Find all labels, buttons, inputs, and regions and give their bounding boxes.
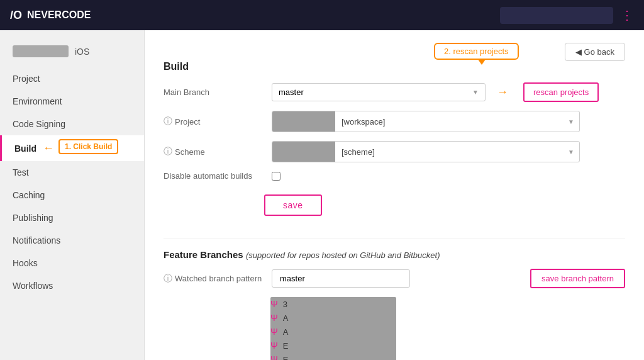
branch-icon: Ψ — [270, 299, 278, 309]
logo-icon: /O — [10, 9, 22, 22]
scheme-select[interactable]: [scheme] ▼ — [272, 141, 580, 162]
main-layout: iOS Project Environment Code Signing Bui… — [0, 30, 644, 360]
branch-label: 3 — [283, 300, 287, 309]
disable-builds-label: Disable automatic builds — [164, 171, 264, 181]
rescan-arrow-icon: → — [497, 86, 508, 99]
disable-builds-checkbox[interactable] — [272, 172, 280, 181]
scheme-label: ⓘ Scheme — [164, 146, 264, 157]
save-button[interactable]: save — [264, 194, 322, 216]
project-select-text: [workspace] — [335, 113, 563, 130]
app-header: /O NEVERCODE ⋮ — [0, 0, 644, 30]
scheme-help-icon[interactable]: ⓘ — [164, 146, 172, 157]
list-item: Ψ E — [270, 339, 291, 352]
build-arrow-icon: ← — [43, 142, 54, 155]
sidebar-item-project[interactable]: Project — [0, 67, 144, 90]
project-gray-indicator — [272, 111, 335, 132]
sidebar-item-caching[interactable]: Caching — [0, 184, 144, 206]
click-build-callout: 1. Click Build — [58, 139, 118, 154]
logo: /O NEVERCODE — [10, 9, 91, 22]
rescan-callout: 2. rescan projects — [434, 43, 519, 60]
build-section-title: Build — [164, 61, 625, 72]
sidebar-item-publishing[interactable]: Publishing — [0, 206, 144, 229]
main-content: ◀ Go back 2. rescan projects Build Main … — [145, 30, 644, 360]
logo-name: NEVERCODE — [27, 9, 91, 21]
project-help-icon[interactable]: ⓘ — [164, 116, 172, 127]
watched-branch-help-icon[interactable]: ⓘ — [164, 273, 172, 284]
disable-builds-row: Disable automatic builds — [164, 171, 625, 181]
project-select[interactable]: [workspace] ▼ — [272, 111, 580, 132]
sidebar-item-build[interactable]: Build ← 1. Click Build — [0, 135, 144, 161]
scheme-row: ⓘ Scheme [scheme] ▼ — [164, 141, 625, 162]
project-chevron-icon: ▼ — [563, 118, 579, 125]
branch-label: E — [283, 355, 289, 361]
watched-branch-input[interactable] — [272, 269, 410, 288]
branch-label: E — [283, 341, 289, 351]
rescan-projects-button[interactable]: rescan projects — [523, 82, 599, 102]
project-row: ⓘ Project [workspace] ▼ — [164, 111, 625, 132]
sidebar-item-code-signing[interactable]: Code Signing — [0, 113, 144, 135]
list-item: Ψ A — [270, 325, 291, 339]
feature-branches-subtitle: (supported for repos hosted on GitHub an… — [246, 250, 440, 260]
branch-icon: Ψ — [270, 327, 278, 337]
sidebar-item-workflows[interactable]: Workflows — [0, 274, 144, 297]
sidebar-item-environment[interactable]: Environment — [0, 90, 144, 113]
branch-list: Ψ 3 Ψ A Ψ A Ψ E — [164, 297, 625, 360]
main-branch-value: master — [279, 87, 304, 97]
list-item: Ψ E — [270, 352, 291, 360]
branch-label: A — [283, 313, 289, 323]
sidebar-app-title: iOS — [0, 40, 144, 67]
project-label: ⓘ Project — [164, 116, 264, 127]
main-branch-row: Main Branch master ▼ → rescan projects — [164, 82, 625, 102]
go-back-button[interactable]: ◀ Go back — [565, 43, 625, 61]
sidebar: iOS Project Environment Code Signing Bui… — [0, 30, 145, 360]
sidebar-item-test[interactable]: Test — [0, 161, 144, 184]
sidebar-item-notifications[interactable]: Notifications — [0, 229, 144, 252]
list-item: Ψ 3 — [270, 297, 291, 311]
branch-icon: Ψ — [270, 340, 278, 351]
go-back-arrow-icon: ◀ — [575, 47, 582, 57]
watched-branch-label: ⓘ Watched branch pattern — [164, 273, 264, 284]
branch-icon: Ψ — [270, 354, 278, 360]
scheme-gray-indicator — [272, 142, 335, 162]
scheme-chevron-icon: ▼ — [563, 149, 579, 155]
save-branch-pattern-button[interactable]: save branch pattern — [530, 269, 625, 288]
section-divider — [164, 239, 625, 239]
main-branch-chevron-icon: ▼ — [472, 89, 479, 96]
branch-label: A — [283, 327, 289, 337]
header-search-input[interactable] — [500, 7, 613, 24]
scheme-select-text: [scheme] — [335, 143, 563, 160]
main-branch-label: Main Branch — [164, 87, 264, 97]
callout-arrow-icon — [477, 59, 486, 65]
header-menu-dots[interactable]: ⋮ — [621, 8, 634, 23]
list-item: Ψ A — [270, 311, 291, 325]
feature-branches-title: Feature Branches (supported for repos ho… — [164, 249, 625, 260]
branch-icon: Ψ — [270, 313, 278, 323]
header-right: ⋮ — [500, 7, 634, 24]
watched-branch-row: ⓘ Watched branch pattern save branch pat… — [164, 269, 625, 288]
app-name-badge — [13, 45, 69, 57]
app-platform: iOS — [75, 47, 89, 57]
main-branch-select[interactable]: master ▼ — [272, 83, 486, 101]
sidebar-item-hooks[interactable]: Hooks — [0, 252, 144, 274]
